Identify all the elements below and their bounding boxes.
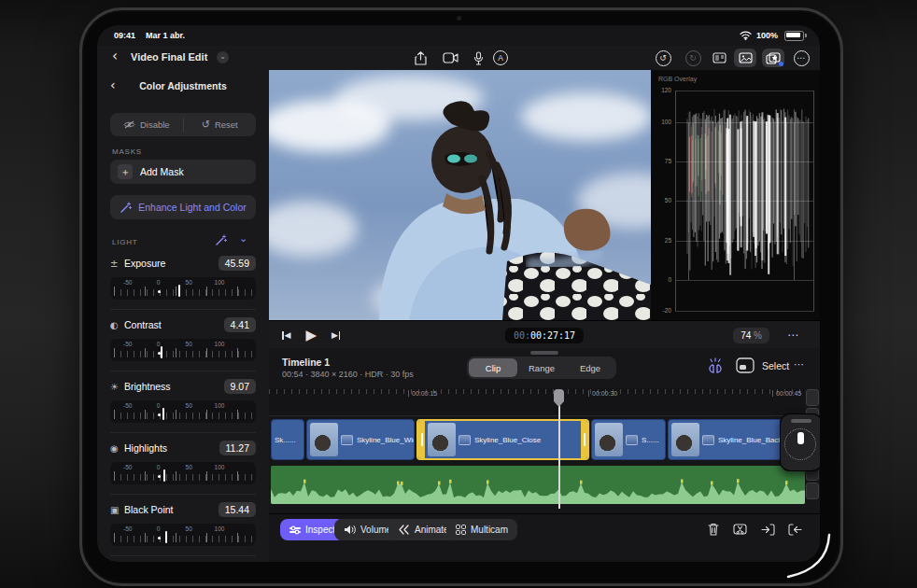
slider-label: Brightness <box>124 381 224 392</box>
insert-clip-icon[interactable] <box>758 520 777 539</box>
slider-value[interactable]: 45.59 <box>219 256 256 271</box>
scope-tick: 50 <box>651 197 671 203</box>
jog-wheel[interactable] <box>780 413 820 471</box>
slider-value[interactable]: 11.27 <box>219 441 257 455</box>
slider-value[interactable]: 4.41 <box>224 317 256 332</box>
camera-icon[interactable] <box>439 49 461 67</box>
timeline-clip[interactable]: S...... <box>591 419 666 460</box>
jog-grab-handle[interactable] <box>791 419 811 423</box>
disable-button[interactable]: Disable <box>110 113 183 136</box>
slider-label: Exposure <box>124 258 219 269</box>
clip-thumbnail <box>428 423 456 456</box>
timeline-clip-selected[interactable]: Skyline_Blue_Close <box>416 419 589 460</box>
timeline-name: Timeline 1 <box>282 357 330 368</box>
ipad-device: 09:41 Mar 1 abr. 100% ‹ Video Final Edit… <box>79 7 843 586</box>
magic-wand-icon <box>120 202 132 214</box>
slider-label: Black Point <box>124 504 219 515</box>
clip-media-icon <box>626 435 638 445</box>
skip-forward-button[interactable]: ▶ <box>332 330 340 340</box>
microphone-icon[interactable] <box>467 49 489 67</box>
slider-value[interactable]: 15.44 <box>219 502 256 517</box>
timeline-clip[interactable]: Sk...... <box>271 419 304 460</box>
project-title[interactable]: Video Final Edit <box>131 51 207 63</box>
mode-range[interactable]: Range <box>517 358 566 377</box>
timeline-more-icon[interactable]: ⋯ <box>794 358 805 371</box>
media-browser-icon[interactable] <box>734 49 756 67</box>
index-icon[interactable] <box>708 49 730 67</box>
scope-tick: 25 <box>651 237 671 244</box>
scope-waveform <box>676 103 812 289</box>
edit-mode-segment: Clip Range Edge <box>467 357 616 379</box>
slider-ruler[interactable]: -50050100 <box>110 277 256 300</box>
redo-icon[interactable]: ↻ <box>682 49 704 67</box>
viewer-zoom-button[interactable]: 74 % <box>733 328 769 343</box>
clip-thumbnail <box>671 423 699 456</box>
panel-title: Color Adjustments <box>97 80 269 91</box>
viewer-area: RGB Overlay 120 100 75 50 25 0 -20 <box>269 70 820 320</box>
scope-tick: 100 <box>651 119 671 125</box>
reset-button[interactable]: ↺ Reset <box>184 113 257 136</box>
select-button[interactable]: Select <box>762 360 789 371</box>
battery-tip <box>805 34 807 37</box>
light-section-label: LIGHT <box>112 238 138 246</box>
share-icon[interactable] <box>409 49 431 67</box>
slider-label: Highlights <box>124 442 219 454</box>
slider-brightness: ☀Brightness9.07 -50050100 <box>110 378 256 423</box>
delete-icon[interactable] <box>704 520 723 539</box>
ruler-label: 00:00:15 <box>408 390 437 397</box>
back-icon[interactable]: ‹ <box>112 48 118 64</box>
blade-cut-icon[interactable] <box>730 520 749 539</box>
captions-icon[interactable]: A <box>489 49 512 67</box>
app-title-bar: ‹ Video Final Edit ⌄ A ↺ ↻ <box>97 46 820 70</box>
slider-ruler[interactable]: -50050100 <box>110 462 256 484</box>
disable-reset-control: Disable ↺ Reset <box>110 113 256 136</box>
preview-video[interactable] <box>269 70 651 320</box>
play-button[interactable]: ▶ <box>305 327 317 343</box>
battery-percent: 100% <box>756 31 778 40</box>
trim-handle-right[interactable] <box>581 421 587 458</box>
light-collapse-chevron-icon[interactable]: ⌄ <box>239 232 247 245</box>
mode-clip[interactable]: Clip <box>469 358 517 377</box>
overwrite-icon[interactable] <box>736 357 755 373</box>
slider-ruler[interactable]: -50050100 <box>110 339 256 361</box>
slider-value[interactable]: 9.07 <box>224 379 256 394</box>
scope-tick: 120 <box>651 87 671 93</box>
timeline-clip[interactable]: Skyline_Blue_Wide <box>306 419 415 460</box>
project-chevron-down-icon[interactable]: ⌄ <box>217 51 229 63</box>
slider-ruler[interactable]: -50050100 <box>110 400 256 423</box>
multicam-button[interactable]: Multicam <box>446 519 517 540</box>
scope-title: RGB Overlay <box>658 76 697 82</box>
scope-tick: -20 <box>651 307 671 314</box>
ruler-label: 00:00:45 <box>772 390 801 397</box>
animate-icon <box>398 525 410 535</box>
audio-track[interactable] <box>271 466 805 504</box>
status-bar: 09:41 Mar 1 abr. 100% <box>97 25 820 46</box>
more-icon[interactable]: ⋯ <box>790 49 812 67</box>
clip-media-icon <box>458 435 471 445</box>
timeline-ruler[interactable]: 00:00:15 00:00:30 00:00:45 <box>269 387 805 416</box>
clip-thumbnail <box>595 423 623 456</box>
light-wand-icon[interactable] <box>215 234 227 246</box>
blade-tool-icon[interactable] <box>706 357 725 374</box>
wifi-icon <box>740 31 752 40</box>
transport-bar: ◀ ▶ ▶ 00:00:27:17 74 % ⋯ <box>269 320 820 349</box>
undo-icon[interactable]: ↺ <box>652 49 674 67</box>
timeline-meta: 00:54 · 3840 × 2160 · HDR · 30 fps <box>282 370 414 379</box>
viewer-more-icon[interactable]: ⋯ <box>787 329 799 342</box>
slider-ruler[interactable]: -50050100 <box>110 524 256 546</box>
multicam-grid-icon <box>456 525 466 535</box>
exposure-icon: ± <box>110 259 124 269</box>
mode-edge[interactable]: Edge <box>566 358 614 377</box>
timecode-display: 00:00:27:17 <box>505 328 584 343</box>
effects-icon[interactable] <box>762 49 784 67</box>
enhance-button[interactable]: Enhance Light and Color <box>110 195 256 219</box>
front-camera <box>457 16 461 21</box>
add-mask-button[interactable]: ＋ Add Mask <box>110 160 256 184</box>
slider-label: Contrast <box>124 319 224 330</box>
masks-section-label: MASKS <box>112 147 142 156</box>
playhead-line[interactable] <box>558 404 560 509</box>
reset-label: Reset <box>215 119 238 130</box>
trim-handle-left[interactable] <box>418 421 425 458</box>
timeline-resize-handle[interactable] <box>530 351 558 355</box>
skip-back-button[interactable]: ◀ <box>282 330 290 340</box>
